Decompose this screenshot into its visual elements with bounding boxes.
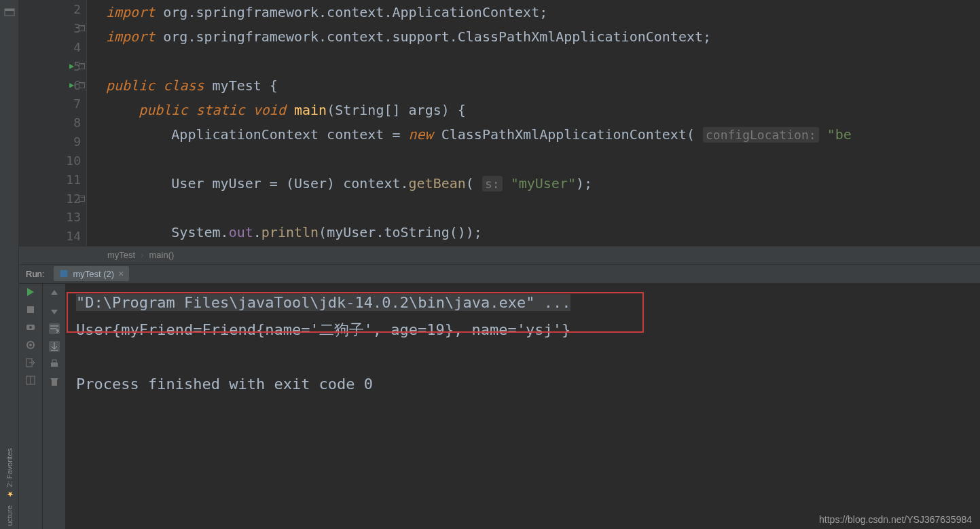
rerun-icon[interactable] <box>25 287 36 297</box>
line-number: 14 <box>56 229 81 243</box>
svg-point-6 <box>29 326 32 329</box>
gutter-row[interactable]: 10 <box>19 151 86 170</box>
run-toolbar-left <box>19 284 42 530</box>
line-number: 4 <box>56 40 81 54</box>
gutter-row[interactable]: 2 <box>19 0 86 19</box>
gutter-row[interactable]: 3 <box>19 19 86 38</box>
console-line: Process finished with exit code 0 <box>76 371 969 398</box>
structure-tab[interactable]: ucture <box>5 505 14 526</box>
close-icon[interactable]: × <box>118 268 124 279</box>
fold-icon[interactable] <box>79 82 85 88</box>
run-label: Run: <box>19 269 51 279</box>
line-number: 9 <box>56 134 81 149</box>
wrap-icon[interactable] <box>49 323 60 334</box>
trash-icon[interactable] <box>49 376 60 387</box>
gutter-row[interactable]: 6▶ <box>19 75 86 94</box>
gutter: 12345▶6▶7891011121314 <box>19 0 87 246</box>
line-number: 7 <box>56 96 81 111</box>
settings-icon[interactable] <box>25 340 36 350</box>
code-editor[interactable]: 12345▶6▶7891011121314 import org.springf… <box>19 0 980 246</box>
code-line[interactable]: System.out.println(myUser.toString()); <box>106 220 980 244</box>
console-line <box>76 344 969 371</box>
print-icon[interactable] <box>49 359 60 369</box>
scroll-icon[interactable] <box>49 341 60 352</box>
line-number: 5 <box>56 59 81 73</box>
line-number: 2 <box>56 2 81 16</box>
coffee-icon <box>59 269 69 278</box>
fold-icon[interactable] <box>79 63 85 69</box>
code-line[interactable]: public static void main(String[] args) { <box>106 98 980 122</box>
exit-icon[interactable] <box>25 357 36 368</box>
stop-icon[interactable] <box>25 304 36 315</box>
run-tab-title: myTest (2) <box>73 269 114 279</box>
gutter-row[interactable]: 4 <box>19 38 86 57</box>
run-panel: "D:\Program Files\javaTool\jdk-14.0.2\bi… <box>19 284 980 530</box>
run-gutter-icon[interactable]: ▶ <box>69 61 74 71</box>
svg-point-8 <box>29 344 32 346</box>
line-number: 3 <box>56 21 81 35</box>
code-area[interactable]: import org.springframework.beans.factory… <box>87 0 980 246</box>
svg-rect-4 <box>27 306 34 313</box>
code-line[interactable]: import org.springframework.context.Appli… <box>106 0 980 24</box>
svg-rect-15 <box>51 378 58 380</box>
run-toolbar-right <box>42 284 65 530</box>
code-line[interactable]: public class myTest { <box>106 73 980 98</box>
project-icon[interactable] <box>4 7 15 18</box>
console-line: "D:\Program Files\javaTool\jdk-14.0.2\bi… <box>76 289 969 316</box>
line-number: 11 <box>56 172 81 187</box>
console-line: User{myFriend=Friend{name='二狗子', age=19}… <box>76 316 969 344</box>
fold-icon[interactable] <box>79 25 85 31</box>
layout-icon[interactable] <box>25 375 36 386</box>
gutter-row[interactable]: 8 <box>19 113 86 132</box>
gutter-row[interactable]: 13 <box>19 208 86 227</box>
gutter-row[interactable]: 7 <box>19 94 86 113</box>
svg-marker-3 <box>27 288 34 296</box>
breadcrumb-method[interactable]: main() <box>149 250 175 260</box>
gutter-row[interactable]: 11 <box>19 170 86 189</box>
code-line[interactable] <box>106 147 980 171</box>
line-number: 12 <box>56 191 81 206</box>
fold-icon[interactable] <box>79 196 85 202</box>
code-line[interactable]: import org.springframework.context.suppo… <box>106 24 980 49</box>
svg-rect-13 <box>52 360 56 363</box>
watermark: https://blog.csdn.net/YSJ367635984 <box>819 514 972 525</box>
favorites-tab[interactable]: ★ 2: Favorites <box>5 448 14 498</box>
line-number: 6 <box>56 78 81 92</box>
code-line[interactable] <box>106 196 980 220</box>
code-line[interactable]: User myUser = (User) context.getBean( s:… <box>106 171 980 196</box>
run-panel-header: Run: myTest (2) × <box>19 265 980 284</box>
line-number: 13 <box>56 210 81 224</box>
gutter-row[interactable]: 5▶ <box>19 56 86 75</box>
run-tab[interactable]: myTest (2) × <box>54 266 129 281</box>
left-sidebar: ★ 2: Favorites ucture <box>0 0 19 529</box>
run-gutter-icon[interactable]: ▶ <box>69 80 74 90</box>
chevron-right-icon: › <box>141 250 143 260</box>
svg-rect-1 <box>5 9 14 11</box>
line-number: 8 <box>56 115 81 130</box>
gutter-row[interactable]: 12 <box>19 189 86 208</box>
down-icon[interactable] <box>49 306 60 316</box>
gutter-row[interactable]: 14 <box>19 227 86 246</box>
gutter-row[interactable]: 9 <box>19 132 86 151</box>
up-icon[interactable] <box>49 288 60 299</box>
code-line[interactable] <box>106 49 980 73</box>
svg-rect-2 <box>60 270 68 278</box>
console-output[interactable]: "D:\Program Files\javaTool\jdk-14.0.2\bi… <box>65 284 980 530</box>
dump-icon[interactable] <box>25 322 36 333</box>
line-number: 10 <box>56 153 81 168</box>
breadcrumb[interactable]: myTest › main() <box>19 246 980 265</box>
code-line[interactable]: ApplicationContext context = new ClassPa… <box>106 122 980 147</box>
svg-rect-14 <box>52 380 57 386</box>
svg-rect-12 <box>51 363 58 367</box>
breadcrumb-class[interactable]: myTest <box>107 250 135 260</box>
